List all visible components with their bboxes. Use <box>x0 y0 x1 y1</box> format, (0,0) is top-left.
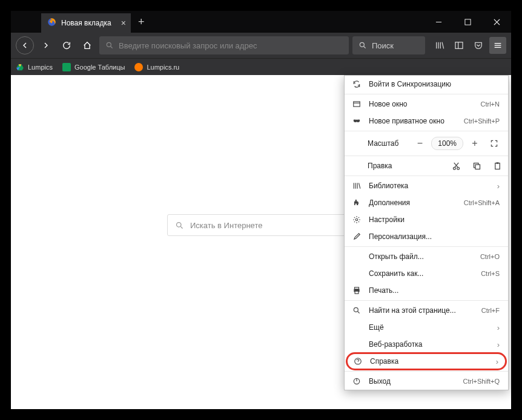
tab-title: Новая вкладка <box>61 19 111 27</box>
bookmark-lumpics[interactable]: Lumpics <box>16 63 53 71</box>
svg-point-28 <box>354 307 358 312</box>
bookmark-lumpicsru[interactable]: Lumpics.ru <box>134 63 179 71</box>
close-window-button[interactable] <box>482 11 511 33</box>
home-search-input[interactable]: Искать в Интернете <box>167 214 355 236</box>
menu-settings[interactable]: Настройки <box>345 211 508 228</box>
zoom-value[interactable]: 100% <box>431 137 463 150</box>
reload-button[interactable] <box>58 37 75 54</box>
menu-accel: Ctrl+N <box>481 100 500 108</box>
menu-label: Ещё <box>369 323 490 332</box>
forward-button[interactable] <box>38 37 55 54</box>
cut-button[interactable] <box>451 161 461 171</box>
menu-save-as[interactable]: Сохранить как... Ctrl+S <box>345 265 508 282</box>
svg-rect-21 <box>475 165 480 169</box>
menu-help[interactable]: Справка › <box>346 352 507 370</box>
navbar: Введите поисковый запрос или адрес Поиск <box>11 33 511 58</box>
menu-more[interactable]: Ещё › <box>345 319 508 336</box>
browser-window: Новая вкладка × + <box>11 11 511 409</box>
site-icon <box>134 63 143 71</box>
menu-accel: Ctrl+Shift+Q <box>463 378 500 385</box>
chevron-right-icon: › <box>497 182 500 191</box>
svg-point-24 <box>355 218 358 221</box>
sync-icon <box>352 79 362 89</box>
menu-open-file[interactable]: Открыть файл... Ctrl+O <box>345 248 508 265</box>
menu-new-private-window[interactable]: Новое приватное окно Ctrl+Shift+P <box>345 113 508 130</box>
firefox-icon <box>47 18 56 29</box>
zoom-out-button[interactable]: − <box>412 136 428 151</box>
menu-label: Библиотека <box>369 182 490 190</box>
svg-point-7 <box>360 42 364 47</box>
menu-label: Персонализация... <box>369 232 500 241</box>
paste-button[interactable] <box>492 161 502 171</box>
svg-point-5 <box>107 42 111 47</box>
brush-icon <box>352 232 362 241</box>
menu-label: Сохранить как... <box>369 269 474 278</box>
pocket-button[interactable] <box>470 37 487 54</box>
menu-accel: Ctrl+S <box>481 270 500 277</box>
new-tab-button[interactable]: + <box>131 11 152 33</box>
url-placeholder: Введите поисковый запрос или адрес <box>119 41 257 50</box>
url-bar[interactable]: Введите поисковый запрос или адрес <box>99 36 349 54</box>
menu-print[interactable]: Печать... <box>345 282 508 299</box>
menu-label: Новое приватное окно <box>369 117 457 125</box>
bookmark-sheets[interactable]: Google Таблицы <box>62 63 125 71</box>
bookmark-label: Google Таблицы <box>74 64 125 71</box>
zoom-in-button[interactable]: + <box>467 136 483 151</box>
menu-label: Правка <box>351 162 445 170</box>
help-icon <box>353 356 363 366</box>
hamburger-menu-button[interactable] <box>489 37 506 54</box>
svg-rect-2 <box>464 19 470 24</box>
chevron-right-icon: › <box>497 323 500 332</box>
chevron-right-icon: › <box>496 357 498 366</box>
menu-label: Выход <box>369 377 455 386</box>
menu-label: Печать... <box>369 286 500 295</box>
svg-rect-25 <box>355 287 359 289</box>
svg-point-18 <box>453 167 455 169</box>
search-bar[interactable]: Поиск <box>352 36 425 54</box>
window-icon <box>352 99 362 109</box>
svg-rect-9 <box>455 42 463 49</box>
search-icon <box>105 41 114 50</box>
menu-exit[interactable]: Выход Ctrl+Shift+Q <box>345 373 508 390</box>
svg-point-14 <box>177 222 182 227</box>
menu-label: Справка <box>370 357 489 366</box>
menu-customize[interactable]: Персонализация... <box>345 228 508 245</box>
back-button[interactable] <box>16 36 34 54</box>
search-icon <box>358 41 367 50</box>
menu-addons[interactable]: Дополнения Ctrl+Shift+A <box>345 194 508 211</box>
app-menu: Войти в Синхронизацию Новое окно Ctrl+N … <box>344 75 509 390</box>
svg-rect-23 <box>496 162 498 164</box>
menu-edit-row: Правка <box>345 157 508 174</box>
menu-label: Новое окно <box>369 100 474 108</box>
svg-rect-27 <box>355 291 358 294</box>
copy-button[interactable] <box>472 161 481 171</box>
home-button[interactable] <box>79 37 96 54</box>
svg-line-29 <box>358 312 360 313</box>
tab-close-icon[interactable]: × <box>121 18 126 28</box>
home-search-placeholder: Искать в Интернете <box>190 221 262 230</box>
menu-label: Найти на этой странице... <box>369 306 474 315</box>
menu-sync[interactable]: Войти в Синхронизацию <box>345 76 508 93</box>
menu-library[interactable]: Библиотека › <box>345 177 508 194</box>
minimize-button[interactable] <box>424 11 453 33</box>
fullscreen-button[interactable] <box>486 136 502 151</box>
tab-active[interactable]: Новая вкладка × <box>41 13 131 33</box>
menu-label: Настройки <box>369 215 500 224</box>
menu-accel: Ctrl+F <box>481 307 500 314</box>
menu-zoom-row: Масштаб − 100% + <box>345 133 508 154</box>
maximize-button[interactable] <box>453 11 482 33</box>
sidebar-button[interactable] <box>451 37 467 54</box>
sheets-icon <box>62 63 71 71</box>
exit-icon <box>352 376 362 386</box>
library-toolbar-button[interactable] <box>431 37 448 54</box>
menu-web-developer[interactable]: Веб-разработка › <box>345 336 508 353</box>
svg-point-19 <box>457 167 459 169</box>
print-icon <box>352 286 362 295</box>
menu-accel: Ctrl+Shift+A <box>464 199 500 206</box>
titlebar: Новая вкладка × + <box>11 11 511 33</box>
menu-find[interactable]: Найти на этой странице... Ctrl+F <box>345 302 508 319</box>
menu-label: Войти в Синхронизацию <box>369 80 500 88</box>
bookmark-label: Lumpics.ru <box>147 64 179 71</box>
svg-line-8 <box>364 47 366 48</box>
menu-new-window[interactable]: Новое окно Ctrl+N <box>345 96 508 113</box>
